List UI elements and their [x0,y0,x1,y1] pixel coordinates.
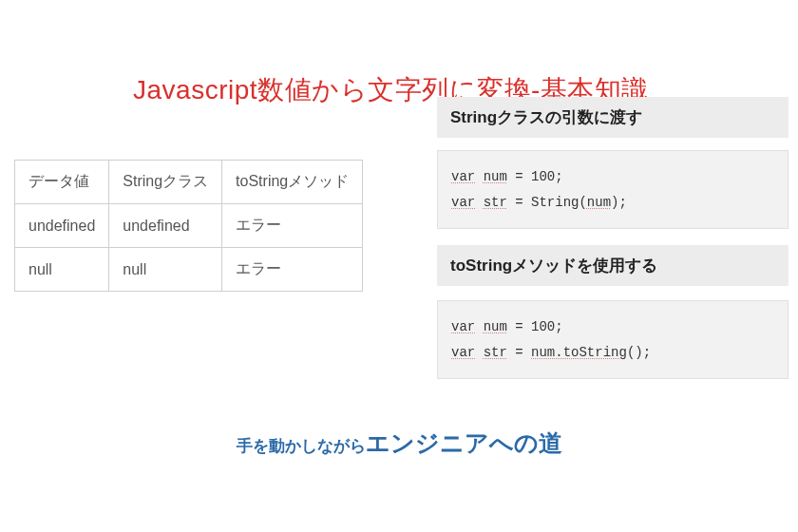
table-cell: undefined [15,204,109,248]
table-cell: null [109,248,222,292]
code-text: ); [611,195,627,210]
table-cell: null [15,248,109,292]
code-text: = 100; [507,319,563,334]
code-line: var num = 100; [451,314,774,340]
code-identifier: num [587,195,611,210]
code-keyword: var [451,195,475,210]
table-header: toStringメソッド [222,161,363,204]
code-identifier: num.toString [531,345,627,360]
table-cell: エラー [222,248,363,292]
code-identifier: str [484,345,507,360]
section-heading-string-class: Stringクラスの引数に渡す [437,97,788,138]
code-identifier: str [484,195,507,210]
code-block-string-class: var num = 100; var str = String(num); [437,150,788,229]
code-block-tostring: var num = 100; var str = num.toString(); [437,300,788,379]
footer-tagline: 手を動かしながらエンジニアへの道 [0,428,798,459]
code-keyword: var [451,319,475,334]
table-row: null null エラー [15,248,363,292]
code-keyword: var [451,345,475,360]
code-text: (); [627,345,651,360]
table-header-row: データ値 Stringクラス toStringメソッド [15,161,363,204]
conversion-table: データ値 Stringクラス toStringメソッド undefined un… [14,160,363,292]
code-identifier: num [484,169,507,184]
code-line: var str = String(num); [451,190,774,216]
footer-small-text: 手を動かしながら [237,437,366,455]
code-text: = String( [507,195,587,210]
table-cell: エラー [222,204,363,248]
section-heading-tostring: toStringメソッドを使用する [437,245,788,286]
code-text: = 100; [507,169,563,184]
code-identifier: num [484,319,507,334]
code-text: = [507,345,531,360]
footer-big-text: エンジニアへの道 [366,429,562,456]
table-header: データ値 [15,161,109,204]
code-keyword: var [451,169,475,184]
code-line: var str = num.toString(); [451,340,774,366]
table-row: undefined undefined エラー [15,204,363,248]
code-line: var num = 100; [451,164,774,190]
table-header: Stringクラス [109,161,222,204]
table-cell: undefined [109,204,222,248]
